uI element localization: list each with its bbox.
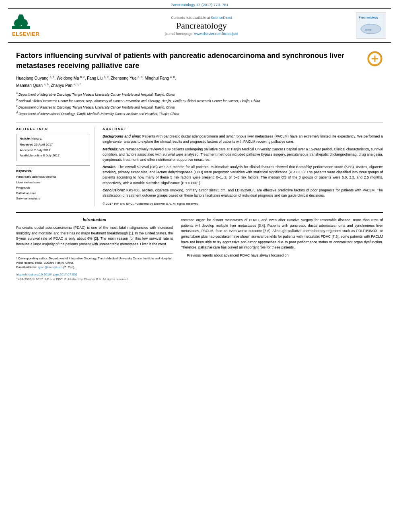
keyword-5: Survival analysis xyxy=(16,196,90,201)
article-info-abstract-section: ARTICLE INFO Article history: Received 2… xyxy=(16,123,383,206)
abstract-results: Results: The overall survival (OS) was 3… xyxy=(103,164,383,186)
pancreatology-logo-right: Pancreatology Journal xyxy=(355,12,387,39)
main-content: Factors influencing survival of patients… xyxy=(0,43,399,287)
affiliations: a Department of Integrative Oncology, Ti… xyxy=(16,91,383,117)
keywords-list: Pancreatic adenocarcinoma Liver metastas… xyxy=(16,174,90,201)
pancreatology-logo-box: Pancreatology Journal xyxy=(356,12,386,39)
affiliation-b: b National Clinical Research Center for … xyxy=(16,98,383,104)
intro-para-2: common organ for distant metastases of P… xyxy=(181,218,383,251)
doi-link[interactable]: http://dx.doi.org/10.1016/j.pan.2017.07.… xyxy=(16,273,78,276)
abstract-column: ABSTRACT Background and aims: Patients w… xyxy=(103,127,383,206)
svg-text:Journal: Journal xyxy=(365,29,371,31)
svg-rect-8 xyxy=(359,20,383,20)
authors: Huaqiang Ouyang a, b, Weidong Ma b, c, F… xyxy=(16,75,383,89)
affiliation-c: c Department of Pancreatic Oncology, Tia… xyxy=(16,104,383,110)
received-date: Received 23 April 2017 xyxy=(20,142,86,148)
affiliation-a: a Department of Integrative Oncology, Ti… xyxy=(16,91,383,97)
homepage-link[interactable]: www.elsevier.com/locate/pan xyxy=(194,32,238,36)
abstract-conclusions: Conclusions: KPS<80, ascites, cigarette … xyxy=(103,188,383,198)
email-link[interactable]: zpan@tmu.edu.cn xyxy=(38,265,62,269)
keyword-1: Pancreatic adenocarcinoma xyxy=(16,174,90,180)
introduction-text-right: common organ for distant metastases of P… xyxy=(181,218,383,258)
intro-para-3: Previous reports about advanced PDAC hav… xyxy=(181,253,383,259)
elsevier-tree-icon xyxy=(12,14,30,30)
accepted-date: Accepted 7 July 2017 xyxy=(20,148,86,153)
elsevier-wordmark: ELSEVIER xyxy=(12,31,48,37)
body-section: Introduction Pancreatic ductal adenocarc… xyxy=(16,212,383,281)
journal-title: Pancreatology xyxy=(52,21,351,31)
article-dates: Received 23 April 2017 Accepted 7 July 2… xyxy=(20,142,86,158)
body-right-column: common organ for distant metastases of P… xyxy=(181,218,383,281)
available-date: Available online 8 July 2017 xyxy=(20,153,86,158)
journal-header: ELSEVIER Contents lists available at Sci… xyxy=(8,8,391,43)
svg-rect-0 xyxy=(12,26,30,29)
issn-section: 1424-3903/© 2017 IAP and EPC. Published … xyxy=(16,277,173,281)
abstract-label: ABSTRACT xyxy=(103,127,383,131)
pancreatology-journal-logo-icon: Pancreatology Journal xyxy=(357,14,385,38)
article-history-box: Article history: Received 23 April 2017 … xyxy=(16,134,90,161)
sciencedirect-link[interactable]: ScienceDirect xyxy=(211,16,232,20)
crossmark-icon[interactable] xyxy=(367,51,383,67)
keywords-label: Keywords: xyxy=(16,169,90,173)
info-divider xyxy=(16,165,90,166)
svg-text:Pancreatology: Pancreatology xyxy=(359,16,378,19)
affiliation-d: d Department of Interventional Oncology,… xyxy=(16,111,383,117)
corresponding-author: * Corresponding author. Department of In… xyxy=(16,256,173,265)
introduction-heading: Introduction xyxy=(16,218,173,222)
introduction-text-left: Pancreatic ductal adenocarcinoma (PDAC) … xyxy=(16,225,173,247)
keyword-2: Liver metastases xyxy=(16,180,90,185)
keyword-3: Prognosis xyxy=(16,185,90,191)
abstract-methods: Methods: We retrospectively reviewed 189… xyxy=(103,147,383,163)
elsevier-logo: ELSEVIER xyxy=(12,14,48,37)
footnote-section: * Corresponding author. Department of In… xyxy=(16,253,173,270)
header-center: Contents lists available at ScienceDirec… xyxy=(52,16,351,36)
journal-reference: Pancreatology 17 (2017) 773–781 xyxy=(0,0,399,8)
sciencedirect-line: Contents lists available at ScienceDirec… xyxy=(52,16,351,20)
abstract-text: Background and aims: Patients with pancr… xyxy=(103,134,383,206)
article-title-section: Factors influencing survival of patients… xyxy=(16,49,383,71)
article-title: Factors influencing survival of patients… xyxy=(16,51,346,71)
intro-para-1: Pancreatic ductal adenocarcinoma (PDAC) … xyxy=(16,225,173,247)
email-address: E-mail address: zpan@tmu.edu.cn (Z. Pan)… xyxy=(16,265,173,269)
journal-homepage: journal homepage: www.elsevier.com/locat… xyxy=(52,32,351,36)
article-info-column: ARTICLE INFO Article history: Received 2… xyxy=(16,127,95,206)
doi-section: http://dx.doi.org/10.1016/j.pan.2017.07.… xyxy=(16,273,173,276)
abstract-background: Background and aims: Patients with pancr… xyxy=(103,134,383,144)
keyword-4: Palliative care xyxy=(16,191,90,196)
copyright-text: © 2017 IAP and EPC. Published by Elsevie… xyxy=(103,201,383,206)
article-info-label: ARTICLE INFO xyxy=(16,127,90,131)
article-history-label: Article history: xyxy=(20,137,86,140)
body-left-column: Introduction Pancreatic ductal adenocarc… xyxy=(16,218,173,281)
